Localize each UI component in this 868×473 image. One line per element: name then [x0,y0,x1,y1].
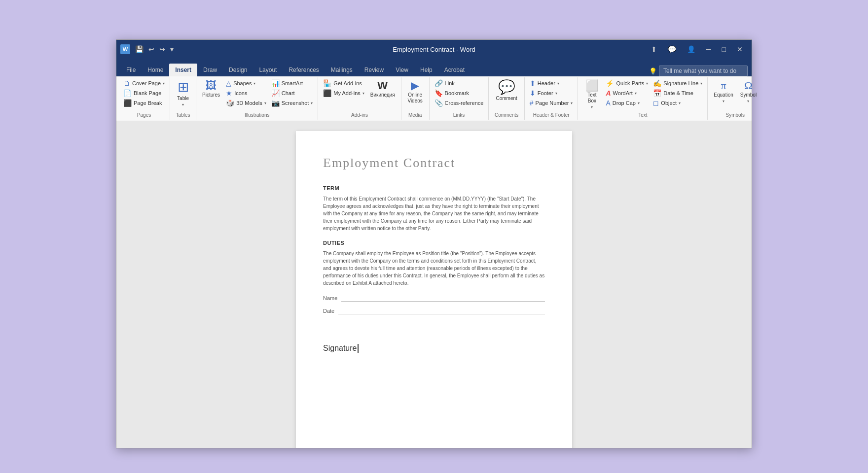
text-sub-col: ⚡ Quick Parts ▾ A WordArt ▾ A Drop Cap ▾ [604,78,650,108]
cross-reference-button[interactable]: 📎 Cross-reference [433,98,486,108]
blank-page-button[interactable]: 📄 Blank Page [121,88,167,98]
group-symbols: π Equation ▾ Ω Symbol ▾ Symbols [708,77,762,120]
object-arrow: ▾ [679,101,681,105]
tab-references[interactable]: References [283,64,325,76]
undo-button[interactable]: ↩ [146,44,156,54]
header-button[interactable]: ⬆ Header ▾ [528,78,575,88]
link-button[interactable]: 🔗 Link [433,78,486,88]
signature-line-button[interactable]: ✍ Signature Line ▾ [651,78,704,88]
icons-button[interactable]: ★ Icons [224,88,268,98]
signature-field[interactable]: Signature [323,344,545,353]
pictures-button[interactable]: 🖼 Pictures [199,78,223,100]
my-addins-arrow: ▾ [362,91,364,96]
tab-help[interactable]: Help [414,64,438,76]
addins-col: 🏪 Get Add-ins ⬛ My Add-ins ▾ [321,78,366,98]
maximize-button[interactable]: □ [717,43,731,55]
ribbon-toggle-button[interactable]: ⬆ [646,43,662,55]
wikipedia-button[interactable]: W Википедия [367,78,398,100]
illustrations-sub-col: △ Shapes ▾ ★ Icons 🎲 3D Models ▾ [224,78,268,108]
drop-cap-arrow: ▾ [638,101,640,105]
chart-icon: 📈 [271,89,280,97]
cover-page-button[interactable]: 🗋 Cover Page ▾ [121,78,167,88]
quick-access-toolbar: 💾 ↩ ↪ ▾ [133,44,176,54]
quick-parts-button[interactable]: ⚡ Quick Parts ▾ [604,78,650,88]
icons-icon: ★ [226,89,232,97]
table-icon: ⊞ [178,80,189,94]
symbol-button[interactable]: Ω Symbol ▾ [737,78,760,105]
bookmark-button[interactable]: 🔖 Bookmark [433,88,486,98]
window-controls: ⬆ 💬 👤 ─ □ ✕ [646,43,748,55]
group-comments: 💬 Comment Comments [489,77,524,120]
symbols-label: Symbols [711,111,760,119]
share-button[interactable]: 👤 [682,43,700,55]
document-title: Employment Contract [323,156,545,170]
tab-acrobat[interactable]: Acrobat [438,64,470,76]
equation-button[interactable]: π Equation ▾ [711,78,736,105]
shapes-arrow: ▾ [253,81,255,86]
page-break-button[interactable]: ⬛ Page Break [121,98,167,108]
get-addins-button[interactable]: 🏪 Get Add-ins [321,78,366,88]
date-time-button[interactable]: 📅 Date & Time [651,88,704,98]
tab-design[interactable]: Design [223,64,253,76]
document-area[interactable]: Employment Contract TERM The term of thi… [116,121,752,448]
group-addins: 🏪 Get Add-ins ⬛ My Add-ins ▾ W Википедия… [318,77,401,120]
title-bar-left: W 💾 ↩ ↪ ▾ [120,44,176,54]
object-button[interactable]: ◻ Object ▾ [651,98,704,108]
3d-models-icon: 🎲 [226,99,234,107]
cover-page-arrow: ▾ [163,81,165,86]
my-addins-icon: ⬛ [323,89,331,97]
search-lightbulb-icon: 💡 [649,68,657,75]
section-duties-body: The Company shall employ the Employee as… [323,250,545,287]
text-box-button[interactable]: ⬜ TextBox ▾ [581,78,603,111]
3d-models-arrow: ▾ [264,101,266,105]
signature-line-arrow: ▾ [700,81,702,86]
footer-button[interactable]: ⬇ Footer ▾ [528,88,575,98]
3d-models-button[interactable]: 🎲 3D Models ▾ [224,98,268,108]
group-illustrations: 🖼 Pictures △ Shapes ▾ ★ Icons 🎲 [196,77,318,120]
header-icon: ⬆ [530,79,536,87]
ribbon-search-input[interactable] [659,66,748,76]
tab-review[interactable]: Review [359,64,390,76]
shapes-button[interactable]: △ Shapes ▾ [224,78,268,88]
online-videos-button[interactable]: ▶ OnlineVideos [404,78,426,106]
quick-parts-arrow: ▾ [646,81,648,86]
comment-button[interactable]: 💬 Comment [492,78,521,103]
tab-insert[interactable]: Insert [169,64,197,76]
tab-view[interactable]: View [390,64,414,76]
table-button[interactable]: ⊞ Table ▾ [173,78,193,109]
title-bar: W 💾 ↩ ↪ ▾ Employment Contract - Word ⬆ 💬… [116,40,752,59]
tab-home[interactable]: Home [142,64,169,76]
addins-label: Add-ins [321,111,398,119]
my-addins-button[interactable]: ⬛ My Add-ins ▾ [321,88,366,98]
group-media: ▶ OnlineVideos Media [401,77,430,120]
chart-button[interactable]: 📈 Chart [269,88,315,98]
drop-cap-button[interactable]: A Drop Cap ▾ [604,98,650,108]
text-cursor [358,344,359,353]
get-addins-icon: 🏪 [323,79,331,87]
text-box-icon: ⬜ [585,80,599,91]
wordart-button[interactable]: A WordArt ▾ [604,88,650,98]
tab-file[interactable]: File [120,64,142,76]
links-label: Links [433,111,486,119]
document-page[interactable]: Employment Contract TERM The term of thi… [296,131,572,448]
text-items: ⬜ TextBox ▾ ⚡ Quick Parts ▾ A WordArt ▾ [581,78,704,111]
save-button[interactable]: 💾 [133,44,145,54]
page-number-button[interactable]: # Page Number ▾ [528,98,575,108]
app-window: W 💾 ↩ ↪ ▾ Employment Contract - Word ⬆ 💬… [116,39,752,448]
main-content: Employment Contract TERM The term of thi… [116,121,752,448]
word-icon: W [120,44,130,54]
screenshot-button[interactable]: 📷 Screenshot ▾ [269,98,315,108]
tab-draw[interactable]: Draw [197,64,223,76]
smartart-button[interactable]: 📊 SmartArt [269,78,315,88]
tab-mailings[interactable]: Mailings [325,64,359,76]
redo-button[interactable]: ↪ [157,44,167,54]
close-button[interactable]: ✕ [732,43,748,55]
object-icon: ◻ [653,99,659,107]
pin-button[interactable]: ▾ [168,44,176,54]
tab-layout[interactable]: Layout [253,64,283,76]
comments-label: Comments [492,111,521,119]
minimize-button[interactable]: ─ [701,43,716,55]
links-col: 🔗 Link 🔖 Bookmark 📎 Cross-reference [433,78,486,108]
comments-button[interactable]: 💬 [663,43,681,55]
ribbon-toolbar: 🗋 Cover Page ▾ 📄 Blank Page ⬛ Page Break… [116,76,752,121]
